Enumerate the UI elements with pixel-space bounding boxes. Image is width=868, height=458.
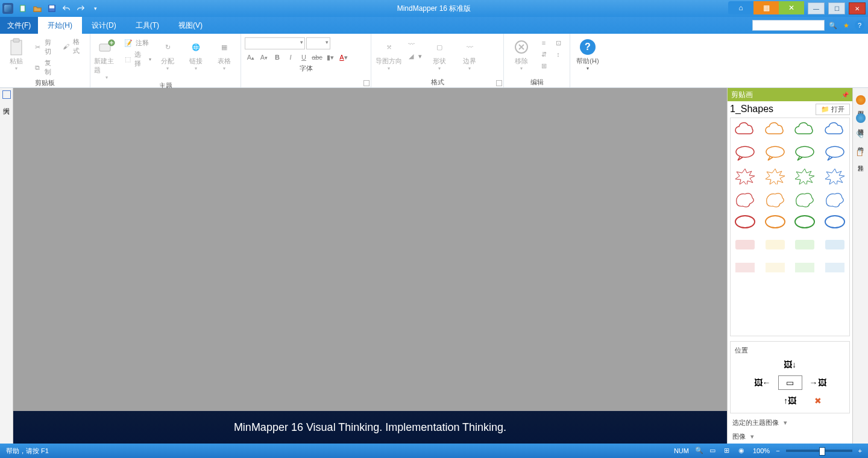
shape-item[interactable] xyxy=(763,122,787,140)
shape-item[interactable] xyxy=(763,236,787,254)
shape-item[interactable] xyxy=(823,190,847,209)
pin-icon[interactable]: 📌 xyxy=(841,92,849,98)
underline-button[interactable]: U xyxy=(298,52,310,63)
cut-button[interactable]: ✂剪切 xyxy=(32,37,58,57)
note-tab[interactable]: 📋注释 xyxy=(856,149,866,160)
new-topic-button[interactable]: 新建主题▾ xyxy=(94,35,120,80)
position-delete[interactable]: ✖ xyxy=(806,394,830,408)
shape-item[interactable] xyxy=(733,259,757,277)
tab-start[interactable]: 开始(H) xyxy=(38,17,82,34)
fill-color-button[interactable]: ◢▾ xyxy=(405,51,423,61)
share-button[interactable]: ✕ xyxy=(779,1,804,14)
search-icon[interactable]: 🔍 xyxy=(828,20,838,30)
search-box[interactable] xyxy=(752,20,825,31)
shape-item[interactable] xyxy=(763,168,787,186)
shape-item[interactable] xyxy=(823,213,847,231)
maximize-button[interactable]: ☐ xyxy=(828,2,845,14)
shapes-category-combo[interactable]: 1_Shapes xyxy=(730,104,813,115)
shape-item[interactable] xyxy=(793,259,817,277)
qat-new-icon[interactable] xyxy=(17,2,29,14)
font-size-combo[interactable] xyxy=(306,37,330,49)
diagram-direction-button[interactable]: ⤱导图方向▾ xyxy=(375,35,403,71)
shape-item[interactable] xyxy=(793,190,817,209)
shape-item[interactable] xyxy=(823,259,847,277)
qat-redo-icon[interactable] xyxy=(75,2,87,14)
help-icon[interactable]: ? xyxy=(855,20,864,30)
tab-tools[interactable]: 工具(T) xyxy=(126,17,169,34)
canvas-area[interactable]: MinMapper 16 Visual Thinking. Implementa… xyxy=(13,88,727,444)
shape-item[interactable] xyxy=(793,236,817,254)
position-bottom[interactable]: ↑🖼 xyxy=(778,394,802,408)
open-button[interactable]: 📁打开 xyxy=(816,104,850,115)
paste-button[interactable]: 粘贴 ▾ xyxy=(4,35,30,71)
order-button[interactable]: ↕ xyxy=(552,49,564,60)
copy-button[interactable]: ⧉复制 xyxy=(32,58,58,77)
legend-tab[interactable]: 图例 xyxy=(856,95,866,106)
shape-item[interactable] xyxy=(733,213,757,231)
position-right[interactable]: →🖼 xyxy=(806,375,830,390)
zoom-out-button[interactable]: − xyxy=(776,447,779,454)
shape-item[interactable] xyxy=(793,168,817,186)
align-button[interactable]: ≡ xyxy=(538,37,550,48)
bold-button[interactable]: B xyxy=(271,52,283,63)
outline-tab-icon[interactable] xyxy=(2,90,11,99)
position-center[interactable]: ▭ xyxy=(778,375,802,390)
file-menu[interactable]: 文件(F) xyxy=(0,17,38,34)
annotation-button[interactable]: 📝注释 xyxy=(122,37,153,48)
hyperlink-tab[interactable]: 超链接 xyxy=(856,113,866,124)
selected-topic-image-dropdown[interactable]: 选定的主题图像▾ xyxy=(728,416,852,430)
image-dropdown[interactable]: 图像▾ xyxy=(728,430,852,444)
font-dialog-launcher[interactable] xyxy=(363,80,370,86)
view-mode-2-icon[interactable]: ⊞ xyxy=(724,447,732,455)
tab-design[interactable]: 设计(D) xyxy=(82,17,126,34)
shape-item[interactable] xyxy=(733,190,757,209)
font-color-button[interactable]: A▾ xyxy=(338,52,350,63)
zoom-slider[interactable] xyxy=(786,450,852,452)
group-button[interactable]: ⊡ xyxy=(552,37,564,48)
spacing-button[interactable]: ⇵ xyxy=(538,49,550,60)
arrange-button[interactable]: ⊞ xyxy=(538,60,550,71)
shape-item[interactable] xyxy=(823,145,847,163)
format-painter-button[interactable]: 🖌格式 xyxy=(60,35,86,56)
shape-item[interactable] xyxy=(763,190,787,209)
boundary-button[interactable]: 〰边界▾ xyxy=(456,35,483,71)
remove-button[interactable]: 移除▾ xyxy=(508,35,535,71)
shape-item[interactable] xyxy=(793,213,817,231)
shape-item[interactable] xyxy=(733,236,757,254)
qat-undo-icon[interactable] xyxy=(60,2,72,14)
shapes-list[interactable] xyxy=(730,118,850,336)
grow-font-button[interactable]: A▴ xyxy=(245,52,257,63)
position-left[interactable]: 🖼← xyxy=(750,375,775,390)
shape-item[interactable] xyxy=(793,145,817,163)
close-button[interactable]: ✕ xyxy=(849,2,866,14)
link-button[interactable]: 🌐链接▾ xyxy=(183,35,209,71)
shape-item[interactable] xyxy=(733,145,757,163)
attachment-tab[interactable]: 📎附件 xyxy=(856,131,866,142)
qat-save-icon[interactable] xyxy=(46,2,58,14)
table-button[interactable]: ▦表格▾ xyxy=(211,35,237,71)
zoom-in-button[interactable]: + xyxy=(858,447,862,454)
zoom-fit-icon[interactable]: 🔍 xyxy=(695,447,703,455)
tab-view[interactable]: 视图(V) xyxy=(169,17,212,34)
canvas[interactable] xyxy=(13,88,727,411)
italic-button[interactable]: I xyxy=(285,52,297,63)
font-family-combo[interactable] xyxy=(245,37,305,49)
shape-item[interactable] xyxy=(763,259,787,277)
strike-button[interactable]: abc xyxy=(311,52,323,63)
shape-button[interactable]: ▢形状▾ xyxy=(426,35,453,71)
view-mode-1-icon[interactable]: ▭ xyxy=(709,447,718,455)
assign-button[interactable]: ↻分配▾ xyxy=(155,35,181,71)
view-mode-3-icon[interactable]: ◉ xyxy=(738,447,747,455)
calendar-button[interactable]: ▦ xyxy=(753,1,779,14)
shape-item[interactable] xyxy=(823,236,847,254)
shape-item[interactable] xyxy=(823,168,847,186)
shrink-font-button[interactable]: A▾ xyxy=(258,52,270,63)
home-button[interactable]: ⌂ xyxy=(728,1,753,14)
help-button[interactable]: ? 帮助(H) ▾ xyxy=(574,35,602,71)
highlight-button[interactable]: ▮▾ xyxy=(324,52,336,63)
shape-item[interactable] xyxy=(793,122,817,140)
position-top[interactable]: 🖼↓ xyxy=(778,357,802,372)
shape-item[interactable] xyxy=(733,122,757,140)
format-dialog-launcher[interactable] xyxy=(496,80,502,86)
line-style-button[interactable]: 〰 xyxy=(405,39,423,49)
